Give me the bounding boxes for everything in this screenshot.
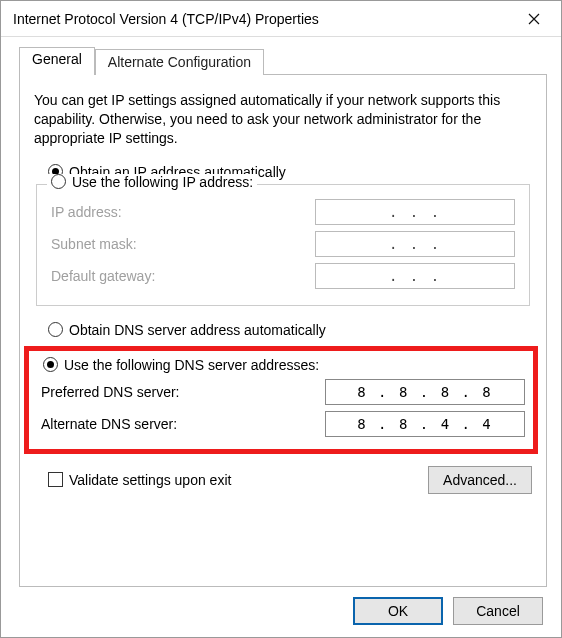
dns-manual-radio-row[interactable]: Use the following DNS server addresses: xyxy=(43,357,527,373)
dns-manual-label: Use the following DNS server addresses: xyxy=(64,357,319,373)
tab-alternate[interactable]: Alternate Configuration xyxy=(95,49,264,75)
preferred-dns-label: Preferred DNS server: xyxy=(41,384,179,400)
default-gateway-label: Default gateway: xyxy=(51,268,155,284)
ip-manual-legend[interactable]: Use the following IP address: xyxy=(47,174,257,190)
dns-auto-radio-row[interactable]: Obtain DNS server address automatically xyxy=(48,322,532,338)
cancel-button[interactable]: Cancel xyxy=(453,597,543,625)
close-icon xyxy=(528,13,540,25)
advanced-button[interactable]: Advanced... xyxy=(428,466,532,494)
window-title: Internet Protocol Version 4 (TCP/IPv4) P… xyxy=(13,11,511,27)
tab-alternate-label: Alternate Configuration xyxy=(108,54,251,70)
tab-general-label: General xyxy=(32,51,82,67)
ip-manual-radio[interactable] xyxy=(51,174,66,189)
default-gateway-input: . . . xyxy=(315,263,515,289)
validate-label: Validate settings upon exit xyxy=(69,472,231,488)
properties-dialog: Internet Protocol Version 4 (TCP/IPv4) P… xyxy=(0,0,562,638)
ip-address-input: . . . xyxy=(315,199,515,225)
preferred-dns-row: Preferred DNS server: 8 . 8 . 8 . 8 xyxy=(41,379,525,405)
alternate-dns-label: Alternate DNS server: xyxy=(41,416,177,432)
dialog-footer: OK Cancel xyxy=(19,587,547,625)
tab-general[interactable]: General xyxy=(19,47,95,75)
alternate-dns-input[interactable]: 8 . 8 . 4 . 4 xyxy=(325,411,525,437)
ip-address-label: IP address: xyxy=(51,204,122,220)
tab-panel-general: You can get IP settings assigned automat… xyxy=(19,74,547,587)
default-gateway-row: Default gateway: . . . xyxy=(51,263,515,289)
preferred-dns-input[interactable]: 8 . 8 . 8 . 8 xyxy=(325,379,525,405)
validate-advanced-row: Validate settings upon exit Advanced... xyxy=(34,466,532,494)
dns-auto-radio[interactable] xyxy=(48,322,63,337)
dns-auto-label: Obtain DNS server address automatically xyxy=(69,322,326,338)
ok-button[interactable]: OK xyxy=(353,597,443,625)
ip-manual-label: Use the following IP address: xyxy=(72,174,253,190)
subnet-mask-input: . . . xyxy=(315,231,515,257)
subnet-mask-row: Subnet mask: . . . xyxy=(51,231,515,257)
validate-checkbox-row[interactable]: Validate settings upon exit xyxy=(48,472,231,488)
alternate-dns-row: Alternate DNS server: 8 . 8 . 4 . 4 xyxy=(41,411,525,437)
dns-manual-radio[interactable] xyxy=(43,357,58,372)
titlebar: Internet Protocol Version 4 (TCP/IPv4) P… xyxy=(1,1,561,37)
tab-strip: General Alternate Configuration xyxy=(19,47,547,75)
close-button[interactable] xyxy=(511,4,557,34)
validate-checkbox[interactable] xyxy=(48,472,63,487)
client-area: General Alternate Configuration You can … xyxy=(1,37,561,637)
description-text: You can get IP settings assigned automat… xyxy=(34,91,532,148)
ip-address-row: IP address: . . . xyxy=(51,199,515,225)
dns-highlight: Use the following DNS server addresses: … xyxy=(24,346,538,454)
subnet-mask-label: Subnet mask: xyxy=(51,236,137,252)
ip-manual-group: Use the following IP address: IP address… xyxy=(36,184,530,306)
